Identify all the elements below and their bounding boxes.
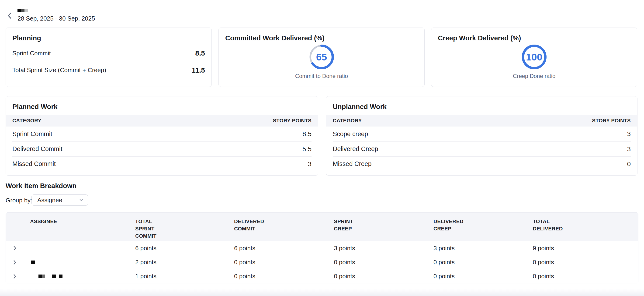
- column-header-story-points: STORY POINTS: [592, 118, 631, 124]
- column-header-assignee: ASSIGNEE: [30, 218, 135, 225]
- delivered-commit-cell: 0 points: [234, 273, 334, 280]
- unplanned-work-card: Unplanned Work CATEGORY STORY POINTS Sco…: [326, 96, 638, 176]
- chevron-right-icon: [14, 274, 16, 279]
- table-row: Scope creep 3: [333, 127, 631, 141]
- points-cell: 3: [627, 145, 631, 153]
- chevron-left-icon: [8, 12, 12, 19]
- group-by-label: Group by:: [6, 197, 32, 204]
- category-cell: Delivered Creep: [333, 145, 378, 153]
- bottom-edge-shade: [0, 289, 644, 296]
- planned-work-card: Planned Work CATEGORY STORY POINTS Sprin…: [6, 96, 318, 176]
- delivered-commit-cell: 6 points: [234, 245, 334, 252]
- total-sprint-commit-cell: 6 points: [135, 245, 234, 252]
- creep-work-delivered-card: Creep Work Delivered (%) 100 Creep Done …: [431, 28, 637, 87]
- planning-row-label: Total Sprint Size (Commit + Creep): [12, 67, 106, 74]
- planned-work-header-row: CATEGORY STORY POINTS: [6, 115, 318, 127]
- column-header-total-sprint-commit: TOTAL SPRINT COMMIT: [135, 218, 234, 239]
- points-cell: 0: [627, 160, 631, 168]
- expand-row-button[interactable]: [6, 260, 30, 265]
- scroll-track-divider: [643, 0, 643, 296]
- table-row: Sprint Commit 8.5: [12, 127, 312, 141]
- delivered-commit-cell: 0 points: [234, 259, 334, 266]
- delivered-creep-cell: 3 points: [434, 245, 533, 252]
- creep-card-title: Creep Work Delivered (%): [438, 34, 630, 42]
- category-cell: Scope creep: [333, 131, 368, 138]
- chevron-right-icon: [14, 260, 16, 265]
- delivered-creep-cell: 0 points: [434, 273, 533, 280]
- table-row: Delivered Creep 3: [333, 141, 631, 156]
- expand-row-button[interactable]: [6, 274, 30, 279]
- planning-row-value: 8.5: [195, 49, 205, 57]
- creep-gauge-caption: Creep Done ratio: [513, 73, 556, 79]
- breakdown-header-row: ASSIGNEE TOTAL SPRINT COMMIT DELIVERED C…: [6, 213, 638, 241]
- column-header-delivered-creep: DELIVERED CREEP: [434, 218, 533, 232]
- column-header-category: CATEGORY: [333, 118, 362, 124]
- chevron-right-icon: [14, 246, 16, 250]
- sprint-creep-cell: 3 points: [334, 245, 434, 252]
- category-cell: Delivered Commit: [12, 145, 62, 153]
- total-sprint-commit-cell: 2 points: [135, 259, 234, 266]
- sprint-creep-cell: 0 points: [334, 273, 434, 280]
- expand-row-button[interactable]: [6, 246, 30, 250]
- creep-gauge: 100: [520, 43, 548, 71]
- category-cell: Missed Commit: [12, 160, 56, 168]
- planning-row-label: Sprint Commit: [12, 50, 51, 57]
- category-cell: Sprint Commit: [12, 131, 52, 138]
- planning-row-value: 11.5: [192, 66, 205, 74]
- planning-card-title: Planning: [12, 34, 205, 42]
- back-button[interactable]: [6, 12, 13, 20]
- work-item-breakdown-table: ASSIGNEE TOTAL SPRINT COMMIT DELIVERED C…: [6, 212, 638, 283]
- committed-card-title: Committed Work Delivered (%): [225, 34, 418, 42]
- unplanned-work-title: Unplanned Work: [326, 103, 637, 111]
- table-row: 1 points 0 points 0 points 0 points 0 po…: [6, 269, 638, 283]
- committed-gauge: 65: [308, 43, 336, 71]
- table-row: 6 points 6 points 3 points 3 points 9 po…: [6, 241, 638, 255]
- delivered-creep-cell: 0 points: [434, 259, 533, 266]
- table-row: 2 points 0 points 0 points 0 points 0 po…: [6, 255, 638, 269]
- total-delivered-cell: 0 points: [533, 259, 638, 266]
- sprint-date-range: 28 Sep, 2025 - 30 Sep, 2025: [18, 15, 95, 23]
- table-row: Missed Commit 3: [12, 156, 312, 171]
- group-by-select[interactable]: Assignee: [32, 194, 88, 206]
- unplanned-work-header-row: CATEGORY STORY POINTS: [326, 115, 637, 127]
- table-row: Missed Creep 0: [333, 156, 631, 171]
- total-delivered-cell: 9 points: [533, 245, 638, 252]
- planned-work-title: Planned Work: [6, 103, 318, 111]
- work-item-breakdown-title: Work Item Breakdown: [6, 182, 76, 190]
- column-header-sprint-creep: SPRINT CREEP: [334, 218, 434, 232]
- group-by-selected-value: Assignee: [37, 197, 62, 204]
- sprint-report-page: 28 Sep, 2025 - 30 Sep, 2025 Planning Spr…: [0, 0, 644, 296]
- planning-row-total-sprint-size: Total Sprint Size (Commit + Creep) 11.5: [12, 62, 205, 78]
- report-title-redacted: [18, 9, 28, 12]
- points-cell: 8.5: [302, 130, 312, 138]
- column-header-delivered-commit: DELIVERED COMMIT: [234, 218, 334, 232]
- assignee-cell: [30, 274, 135, 278]
- assignee-cell: [30, 246, 135, 250]
- total-sprint-commit-cell: 1 points: [135, 273, 234, 280]
- planning-card: Planning Sprint Commit 8.5 Total Sprint …: [6, 28, 212, 87]
- column-header-total-delivered: TOTAL DELIVERED: [533, 218, 638, 232]
- chevron-down-icon: [80, 199, 83, 201]
- column-header-story-points: STORY POINTS: [273, 118, 312, 124]
- committed-work-delivered-card: Committed Work Delivered (%) 65 Commit t…: [218, 28, 424, 87]
- total-delivered-cell: 0 points: [533, 273, 638, 280]
- committed-gauge-caption: Commit to Done ratio: [295, 73, 348, 79]
- svg-text:65: 65: [316, 52, 327, 63]
- svg-text:100: 100: [526, 52, 542, 63]
- category-cell: Missed Creep: [333, 160, 372, 168]
- column-header-category: CATEGORY: [12, 118, 42, 124]
- points-cell: 3: [308, 160, 312, 168]
- points-cell: 5.5: [302, 145, 312, 153]
- planning-row-sprint-commit: Sprint Commit 8.5: [12, 45, 205, 62]
- assignee-cell: [30, 260, 135, 264]
- table-row: Delivered Commit 5.5: [12, 141, 312, 156]
- sprint-creep-cell: 0 points: [334, 259, 434, 266]
- points-cell: 3: [627, 130, 631, 138]
